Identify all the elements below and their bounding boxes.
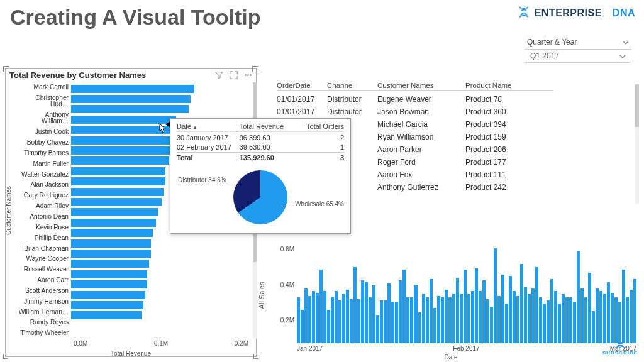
column-bar[interactable]: [505, 304, 508, 343]
column-bar[interactable]: [301, 310, 304, 343]
column-bar[interactable]: [418, 312, 421, 343]
column-bar[interactable]: [350, 299, 353, 343]
column-bar[interactable]: [479, 291, 482, 343]
column-bar[interactable]: [588, 273, 591, 343]
column-bar[interactable]: [433, 308, 436, 343]
column-bar[interactable]: [338, 300, 341, 343]
column-bar[interactable]: [550, 279, 553, 343]
bar-row[interactable]: [71, 310, 252, 321]
col-customer[interactable]: Customer Names: [377, 82, 465, 89]
column-bar[interactable]: [501, 275, 504, 343]
column-bar[interactable]: [633, 279, 636, 343]
column-bar[interactable]: [452, 294, 455, 343]
more-options-icon[interactable]: [244, 70, 252, 82]
bar-row[interactable]: [71, 259, 252, 269]
col-channel[interactable]: Channel: [327, 82, 377, 89]
column-bar[interactable]: [441, 297, 444, 343]
column-bar[interactable]: [395, 302, 398, 343]
column-bar[interactable]: [535, 267, 538, 343]
column-bar[interactable]: [565, 297, 569, 343]
column-bar[interactable]: [464, 270, 467, 343]
column-bar[interactable]: [467, 294, 470, 343]
column-bar[interactable]: [543, 304, 546, 343]
column-bar[interactable]: [630, 290, 633, 343]
column-bar[interactable]: [531, 288, 535, 343]
table-row[interactable]: 01/01/2017DistributorEugene WeaverProduc…: [277, 93, 553, 106]
column-bar[interactable]: [497, 296, 501, 343]
column-bar[interactable]: [603, 294, 606, 343]
column-bar[interactable]: [331, 297, 334, 343]
bar-row[interactable]: [71, 84, 252, 94]
column-bar[interactable]: [475, 268, 478, 343]
column-bar[interactable]: [580, 288, 584, 343]
column-bar[interactable]: [426, 297, 429, 343]
column-bar[interactable]: [460, 294, 463, 343]
column-bar[interactable]: [430, 279, 433, 343]
column-bar[interactable]: [308, 296, 311, 343]
column-bar[interactable]: [312, 291, 315, 343]
col-orderdate[interactable]: OrderDate: [277, 82, 327, 89]
bar-row[interactable]: [71, 104, 252, 114]
column-bar[interactable]: [353, 267, 357, 343]
column-bar[interactable]: [387, 283, 391, 343]
column-bar[interactable]: [448, 297, 452, 343]
table-row[interactable]: 01/01/2017DistributorJason BowmanProduct…: [277, 106, 553, 118]
column-bar[interactable]: [327, 310, 330, 343]
column-bar[interactable]: [297, 297, 300, 343]
bar-row[interactable]: [71, 238, 252, 248]
column-bar[interactable]: [471, 291, 474, 343]
column-bar[interactable]: [509, 276, 512, 343]
column-bar[interactable]: [376, 315, 379, 343]
column-bar[interactable]: [626, 297, 629, 343]
bar-row[interactable]: [71, 94, 252, 104]
column-bar[interactable]: [618, 302, 621, 343]
column-bar[interactable]: [547, 300, 550, 343]
column-bar[interactable]: [577, 251, 580, 343]
column-bar[interactable]: [456, 278, 459, 343]
column-bar[interactable]: [528, 294, 531, 343]
column-bar[interactable]: [562, 294, 565, 343]
column-bar[interactable]: [494, 248, 497, 343]
bar-row[interactable]: [71, 300, 252, 310]
column-bar[interactable]: [384, 300, 387, 343]
column-bar[interactable]: [361, 280, 364, 343]
column-bar[interactable]: [422, 294, 425, 343]
column-bar[interactable]: [399, 280, 402, 343]
bar-row[interactable]: [71, 269, 252, 279]
bar-row[interactable]: [71, 290, 252, 300]
column-bar[interactable]: [614, 297, 618, 343]
column-bar[interactable]: [391, 302, 394, 343]
column-bar[interactable]: [554, 291, 557, 343]
column-bar[interactable]: [611, 293, 614, 343]
column-bar[interactable]: [622, 270, 625, 343]
column-bar[interactable]: [558, 304, 561, 343]
column-bar[interactable]: [406, 297, 409, 343]
column-bar[interactable]: [573, 302, 576, 343]
column-bar[interactable]: [316, 293, 319, 343]
bar-row[interactable]: [71, 279, 252, 289]
column-bar[interactable]: [490, 307, 493, 343]
column-bar[interactable]: [599, 291, 602, 343]
slicer-dropdown[interactable]: Q1 2017: [525, 49, 631, 63]
column-bar[interactable]: [486, 299, 489, 343]
column-bar[interactable]: [539, 297, 542, 343]
slicer-quarter-year[interactable]: Quarter & Year Q1 2017: [525, 36, 631, 63]
column-bar[interactable]: [513, 291, 516, 343]
column-bar[interactable]: [516, 296, 519, 343]
column-bar[interactable]: [607, 282, 610, 343]
column-bar[interactable]: [402, 270, 406, 343]
column-bar[interactable]: [342, 294, 345, 343]
column-bar[interactable]: [410, 297, 413, 343]
column-bar[interactable]: [592, 311, 595, 343]
column-bar[interactable]: [346, 290, 349, 343]
column-bar[interactable]: [569, 297, 572, 343]
column-bar[interactable]: [369, 297, 372, 343]
column-bar[interactable]: [357, 299, 360, 343]
column-bar[interactable]: [414, 285, 417, 343]
table-scrollbar[interactable]: [635, 84, 639, 204]
column-bar[interactable]: [584, 297, 587, 343]
column-bar[interactable]: [520, 264, 523, 343]
col-product[interactable]: Product Name: [465, 82, 541, 89]
column-bar[interactable]: [372, 285, 375, 343]
column-bar[interactable]: [380, 300, 383, 343]
